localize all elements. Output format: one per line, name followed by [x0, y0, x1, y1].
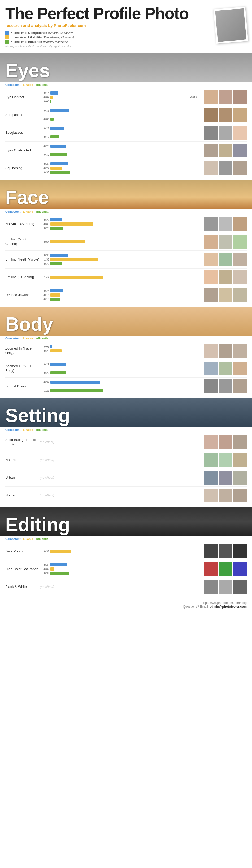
home-bars: (no effect) — [40, 488, 188, 503]
jawline-row: Defined Jawline -0.24 -0.18 -0.18 — [5, 286, 247, 304]
bar-row-blue — [40, 545, 188, 549]
bar-row-green — [40, 554, 188, 557]
sunglasses-photos — [202, 108, 247, 122]
nature-no-effect: (no effect) — [40, 458, 188, 462]
photo-2 — [219, 453, 232, 467]
photo-3 — [233, 161, 247, 175]
zoomed-out-label: Zoomed Out (Full Body) — [5, 364, 40, 373]
dark-photo-bars: -0.38 — [40, 544, 188, 558]
photo-1 — [204, 126, 218, 140]
bar-row-green: -0.31 — [40, 153, 188, 156]
smile-teeth-photos — [202, 253, 247, 267]
photo-3 — [233, 235, 247, 249]
eyeglasses-photos — [202, 126, 247, 140]
photo-3 — [233, 217, 247, 231]
smile-closed-label: Smiling (Mouth Closed) — [5, 237, 40, 246]
eyes-obstructed-label: Eyes Obstructed — [5, 148, 40, 153]
header-left: The Perfect Profile Photo research and a… — [5, 5, 215, 48]
high-saturation-label: High Color Saturation — [5, 567, 40, 571]
photo-1 — [204, 217, 218, 231]
bar-blue — [50, 218, 62, 221]
setting-data: Solid Background or Studio (no effect) N… — [0, 433, 252, 504]
header: The Perfect Profile Photo research and a… — [0, 0, 252, 50]
editing-title: Editing — [5, 515, 70, 534]
bar-yellow — [50, 349, 61, 352]
setting-competent-row: Competent Likable Influential — [0, 427, 252, 433]
photo-1 — [204, 545, 218, 558]
dark-photo-label: Dark Photo — [5, 549, 40, 554]
photo-2 — [219, 562, 232, 576]
bar-row-green: -0.23 — [40, 226, 188, 230]
bar-row-yellow: -0.80 — [40, 222, 188, 226]
urban-label: Urban — [5, 475, 40, 480]
photo-3 — [233, 562, 247, 576]
bar-row-blue: -0.36 — [40, 109, 188, 113]
formal-dress-bars: -0.94 -1.29 — [40, 379, 188, 394]
photo-2 — [219, 217, 232, 231]
sunglasses-bars: -0.36 -0.06 — [40, 108, 188, 122]
bar-blue — [50, 91, 58, 95]
photo-1 — [204, 288, 218, 302]
face-title: Face — [5, 188, 49, 207]
bar-row-yellow: -1.49 — [40, 275, 188, 279]
bar-row-yellow — [40, 113, 188, 117]
bar-row-green — [40, 244, 188, 248]
bar-green — [50, 371, 66, 374]
bar-yellow — [50, 567, 54, 570]
photo-2 — [219, 270, 232, 284]
eyeglasses-label: Eyeglasses — [5, 130, 40, 135]
likable-tag: Likable — [23, 83, 33, 86]
polaroid-image — [214, 7, 248, 44]
photo-3 — [233, 90, 247, 104]
bar-row-yellow — [40, 384, 188, 388]
bar-row-yellow: -0.04 — [40, 95, 188, 99]
bar-yellow — [50, 293, 60, 297]
bar-row-blue: -0.29 — [40, 144, 188, 148]
photo-3 — [233, 471, 247, 485]
bar-row-blue: -0.94 — [40, 380, 188, 384]
bar-row-green — [40, 280, 188, 283]
smile-closed-photos — [202, 235, 247, 249]
photo-2 — [219, 161, 232, 175]
urban-row: Urban (no effect) — [5, 469, 247, 487]
photo-3 — [233, 379, 247, 393]
high-saturation-row: High Color Saturation -0.31 -0.07 -0.35 — [5, 560, 247, 578]
bar-green — [50, 171, 70, 174]
solid-bg-bars: (no effect) — [40, 435, 188, 450]
bar-yellow — [50, 258, 98, 261]
photo-1 — [204, 362, 218, 375]
home-label: Home — [5, 493, 40, 498]
photo-2 — [219, 235, 232, 249]
eyes-title: Eyes — [5, 61, 50, 80]
high-saturation-photos — [202, 562, 247, 576]
solid-bg-row: Solid Background or Studio (no effect) — [5, 433, 247, 451]
jawline-bars: -0.24 -0.18 -0.18 — [40, 288, 188, 302]
bar-yellow — [50, 96, 53, 99]
bar-green — [50, 227, 63, 230]
bar-blue — [50, 109, 69, 112]
photo-1 — [204, 144, 218, 157]
photo-1 — [204, 562, 218, 576]
bar-green — [50, 100, 51, 103]
solid-bg-photos — [202, 435, 247, 449]
face-competent-row: Competent Likable Influential — [0, 209, 252, 215]
influential-tag: Influential — [35, 83, 49, 86]
smile-teeth-label: Smiling (Teeth Visible) — [5, 257, 40, 262]
bar-green — [50, 153, 67, 156]
photo-3 — [233, 435, 247, 449]
likable-tag: Likable — [23, 428, 33, 431]
home-photos — [202, 489, 247, 502]
eyes-obstructed-photos — [202, 144, 247, 157]
body-competent-row: Competent Likable Influential — [0, 336, 252, 342]
eyes-section-header: Eyes — [0, 53, 252, 82]
smile-closed-row: Smiling (Mouth Closed) -0.65 — [5, 233, 247, 251]
nature-label: Nature — [5, 458, 40, 462]
photo-2 — [219, 471, 232, 485]
bar-row-blue: -0.29 — [40, 363, 188, 366]
photo-2 — [219, 126, 232, 140]
bar-row-blue: -0.24 — [40, 289, 188, 292]
editing-section-header: Editing — [0, 507, 252, 536]
bar-row-green: -0.01 — [40, 99, 188, 103]
bar-row-yellow: -1.35 — [40, 258, 188, 261]
bar-row-blue: -0.26 — [40, 127, 188, 130]
